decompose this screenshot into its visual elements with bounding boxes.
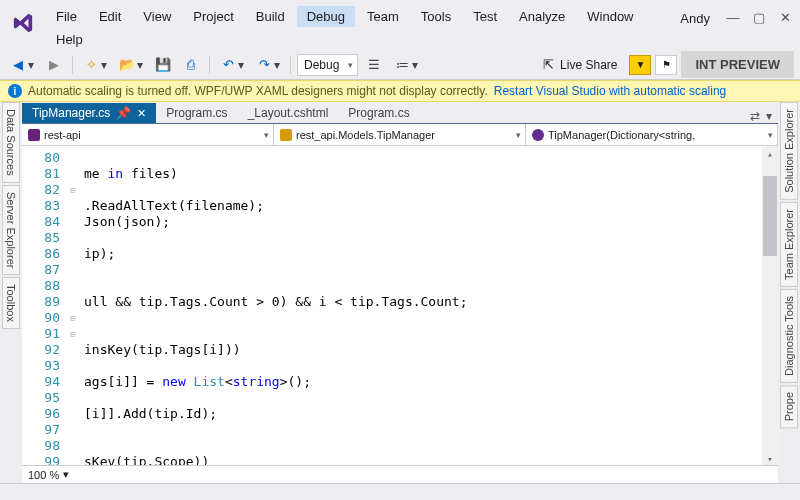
menu-view[interactable]: View (133, 6, 181, 27)
nav-member-combo[interactable]: TipManager(Dictionary<string, (526, 124, 778, 145)
indent-button[interactable]: ≔▾ (390, 55, 422, 75)
line-gutter: 8081828384858687888990919293949596979899 (22, 146, 66, 465)
live-share-button[interactable]: ⇱ Live Share (532, 57, 625, 73)
flag-button[interactable]: ⚑ (655, 55, 677, 75)
bullets-button[interactable]: ☰ (362, 55, 386, 75)
menu-team[interactable]: Team (357, 6, 409, 27)
info-link[interactable]: Restart Visual Studio with automatic sca… (494, 84, 727, 98)
nav-fwd-button[interactable]: ▶ (42, 55, 66, 75)
info-bar: i Automatic scaling is turned off. WPF/U… (0, 80, 800, 102)
redo-button[interactable]: ↷▾ (252, 55, 284, 75)
panel-team-explorer[interactable]: Team Explorer (780, 202, 798, 287)
nav-project-combo[interactable]: rest-api (22, 124, 274, 145)
tab-tipmanager[interactable]: TipManager.cs 📌 ✕ (22, 103, 156, 123)
tab-dropdown-icon[interactable]: ▾ (766, 109, 772, 123)
undo-button[interactable]: ↶▾ (216, 55, 248, 75)
tab-overflow-icon[interactable]: ⇄ (750, 109, 760, 123)
left-side-panels: Data Sources Server Explorer Toolbox (0, 102, 22, 483)
new-item-button[interactable]: ✧▾ (79, 55, 111, 75)
tab-layout[interactable]: _Layout.cshtml (238, 103, 339, 123)
menu-analyze[interactable]: Analyze (509, 6, 575, 27)
menu-debug[interactable]: Debug (297, 6, 355, 27)
panel-properties[interactable]: Prope (780, 385, 798, 428)
code-area[interactable]: me in files) .ReadAllText(filename);Json… (80, 146, 762, 465)
scroll-thumb[interactable] (763, 176, 777, 256)
close-icon[interactable]: ✕ (137, 107, 146, 120)
panel-toolbox[interactable]: Toolbox (2, 277, 20, 329)
panel-diagnostic-tools[interactable]: Diagnostic Tools (780, 289, 798, 383)
menu-file[interactable]: File (46, 6, 87, 27)
status-bar (0, 483, 800, 500)
tab-program1[interactable]: Program.cs (156, 103, 237, 123)
menu-help[interactable]: Help (46, 29, 93, 50)
filter-button[interactable]: ▼ (629, 55, 651, 75)
fold-column[interactable]: ⊟⊟⊟ (66, 146, 80, 465)
vs-logo-icon (8, 8, 38, 38)
save-all-button[interactable]: ⎙ (179, 55, 203, 75)
int-preview-badge: INT PREVIEW (681, 51, 794, 78)
menu-build[interactable]: Build (246, 6, 295, 27)
main-toolbar: ◀▾ ▶ ✧▾ 📂▾ 💾 ⎙ ↶▾ ↷▾ Debug ☰ ≔▾ ⇱ Live S… (0, 50, 800, 80)
right-side-panels: Solution Explorer Team Explorer Diagnost… (778, 102, 800, 483)
code-editor[interactable]: 8081828384858687888990919293949596979899… (22, 146, 778, 465)
user-name[interactable]: Andy (674, 8, 716, 29)
pin-icon[interactable]: 📌 (116, 106, 131, 120)
nav-class-combo[interactable]: rest_api.Models.TipManager (274, 124, 526, 145)
save-button[interactable]: 💾 (151, 55, 175, 75)
menu-project[interactable]: Project (183, 6, 243, 27)
scroll-down-icon[interactable]: ▾ (763, 451, 777, 465)
menu-window[interactable]: Window (577, 6, 643, 27)
menu-edit[interactable]: Edit (89, 6, 131, 27)
live-share-icon: ⇱ (540, 57, 556, 73)
editor-footer: 100 %▾ (22, 465, 778, 483)
menu-test[interactable]: Test (463, 6, 507, 27)
info-text: Automatic scaling is turned off. WPF/UWP… (28, 84, 488, 98)
panel-solution-explorer[interactable]: Solution Explorer (780, 102, 798, 200)
main-menu-bar: File Edit View Project Build Debug Team … (46, 4, 674, 50)
open-button[interactable]: 📂▾ (115, 55, 147, 75)
nav-bar: rest-api rest_api.Models.TipManager TipM… (22, 124, 778, 146)
nav-back-button[interactable]: ◀▾ (6, 55, 38, 75)
scroll-up-icon[interactable]: ▴ (763, 146, 777, 160)
tab-program2[interactable]: Program.cs (338, 103, 419, 123)
menu-tools[interactable]: Tools (411, 6, 461, 27)
panel-server-explorer[interactable]: Server Explorer (2, 185, 20, 275)
config-combo[interactable]: Debug (297, 54, 358, 76)
zoom-control[interactable]: 100 %▾ (28, 468, 69, 481)
panel-data-sources[interactable]: Data Sources (2, 102, 20, 183)
close-button[interactable]: ✕ (776, 8, 794, 26)
info-icon: i (8, 84, 22, 98)
vertical-scrollbar[interactable]: ▴ ▾ (762, 146, 778, 465)
minimize-button[interactable]: — (724, 8, 742, 26)
document-tabs: TipManager.cs 📌 ✕ Program.cs _Layout.csh… (22, 102, 778, 124)
maximize-button[interactable]: ▢ (750, 8, 768, 26)
